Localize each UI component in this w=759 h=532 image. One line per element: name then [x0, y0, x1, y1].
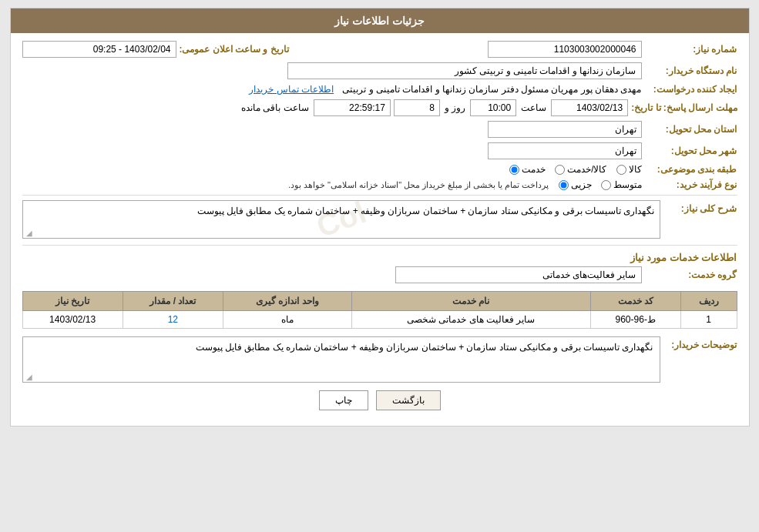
category-radio-group: کالا کالا/خدمت خدمت: [509, 164, 641, 175]
radio-partial-input[interactable]: [559, 180, 569, 190]
date-input[interactable]: [22, 41, 176, 58]
radio-medium-item[interactable]: متوسط: [601, 179, 642, 190]
radio-partial-label: جزیی: [571, 179, 592, 190]
deadline-label: مهلت ارسال پاسخ: تا تاریخ:: [631, 102, 737, 113]
col-row: ردیف: [680, 292, 737, 311]
radio-goods-service-label: کالا/خدمت: [567, 164, 606, 175]
creator-link[interactable]: اطلاعات تماس خریدار: [249, 84, 334, 95]
page-title: جزئیات اطلاعات نیاز: [334, 15, 425, 27]
process-note: پرداخت تمام یا بخشی از مبلغ خریداز محل "…: [288, 180, 549, 190]
group-service-input[interactable]: [395, 266, 642, 283]
col-qty: تعداد / مقدار: [123, 292, 223, 311]
date-label: تاریخ و ساعت اعلان عمومی:: [180, 44, 289, 55]
category-row: طبقه بندی موضوعی: کالا کالا/خدمت خدمت: [22, 164, 737, 175]
buyer-desc-box: نگهداری تاسیسات برقی و مکانیکی ستاد سازم…: [22, 336, 660, 383]
buyer-desc-text: نگهداری تاسیسات برقی و مکانیکی ستاد سازم…: [29, 342, 653, 353]
radio-goods[interactable]: کالا: [616, 164, 642, 175]
col-date: تاریخ نیاز: [22, 292, 123, 311]
services-table: ردیف کد خدمت نام خدمت واحد اندازه گیری ت…: [22, 291, 737, 329]
creator-row: ایجاد کننده درخواست: مهدی دهقان پور مهری…: [22, 84, 737, 95]
radio-goods-service[interactable]: کالا/خدمت: [555, 164, 606, 175]
deadline-remaining-label: ساعت باقی مانده: [241, 102, 309, 113]
table-row: 1ط-96-960سایر فعالیت های خدماتی شخصیماه1…: [22, 311, 737, 329]
creator-label: ایجاد کننده درخواست:: [645, 84, 737, 95]
services-table-section: ردیف کد خدمت نام خدمت واحد اندازه گیری ت…: [22, 291, 737, 329]
need-summary-row: شرح کلی نیاز: Col نگهداری تاسیسات برقی و…: [22, 200, 737, 239]
radio-service-label: خدمت: [522, 164, 546, 175]
radio-goods-input[interactable]: [616, 165, 626, 175]
radio-service[interactable]: خدمت: [509, 164, 546, 175]
buyer-desc-row: توضیحات خریدار: نگهداری تاسیسات برقی و م…: [22, 336, 737, 383]
resize-handle[interactable]: ◢: [25, 229, 32, 236]
process-row: نوع فرآیند خرید: متوسط جزیی پرداخت تمام …: [22, 179, 737, 190]
province-label: استان محل تحویل:: [645, 124, 737, 135]
city-row: شهر محل تحویل:: [22, 142, 737, 159]
need-number-row: شماره نیاز: تاریخ و ساعت اعلان عمومی:: [22, 41, 737, 58]
watermark-text: Col: [312, 195, 371, 244]
province-row: استان محل تحویل:: [22, 121, 737, 138]
org-row: نام دستگاه خریدار:: [22, 62, 737, 79]
deadline-time-input[interactable]: [470, 99, 516, 116]
need-number-input[interactable]: [488, 41, 642, 58]
group-service-row: گروه خدمت:: [22, 266, 737, 283]
org-input[interactable]: [287, 62, 642, 79]
back-button[interactable]: بازگشت: [376, 390, 441, 410]
print-button[interactable]: چاپ: [319, 390, 368, 410]
services-title: اطلاعات خدمات مورد نیاز: [22, 252, 737, 263]
radio-goods-service-input[interactable]: [555, 165, 565, 175]
city-input[interactable]: [488, 142, 642, 159]
need-summary-box: Col نگهداری تاسیسات برقی و مکانیکی ستاد …: [22, 200, 660, 239]
need-number-label: شماره نیاز:: [645, 44, 737, 55]
buyer-desc-label: توضیحات خریدار:: [660, 336, 737, 350]
category-label: طبقه بندی موضوعی:: [645, 164, 737, 175]
page-header: جزئیات اطلاعات نیاز: [11, 8, 749, 33]
city-label: شهر محل تحویل:: [645, 146, 737, 156]
radio-service-input[interactable]: [509, 165, 519, 175]
radio-goods-label: کالا: [629, 164, 642, 175]
org-label: نام دستگاه خریدار:: [645, 65, 737, 76]
button-row: بازگشت چاپ: [22, 390, 737, 410]
deadline-remaining-input[interactable]: [314, 99, 391, 116]
deadline-row: مهلت ارسال پاسخ: تا تاریخ: ساعت روز و سا…: [22, 99, 737, 116]
col-unit: واحد اندازه گیری: [223, 292, 351, 311]
content-area: شماره نیاز: تاریخ و ساعت اعلان عمومی: نا…: [11, 33, 749, 426]
province-input[interactable]: [488, 121, 642, 138]
deadline-date-input[interactable]: [551, 99, 628, 116]
radio-medium-input[interactable]: [601, 180, 611, 190]
buyer-desc-resize[interactable]: ◢: [25, 373, 32, 380]
need-summary-text: نگهداری تاسیسات برقی و مکانیکی ستاد سازم…: [28, 206, 655, 216]
deadline-days-input[interactable]: [394, 99, 440, 116]
col-name: نام خدمت: [351, 292, 590, 311]
col-code: کد خدمت: [590, 292, 680, 311]
main-container: جزئیات اطلاعات نیاز شماره نیاز: تاریخ و …: [10, 8, 750, 427]
deadline-days-label: روز و: [445, 102, 465, 113]
radio-medium-label: متوسط: [613, 179, 642, 190]
need-summary-label: شرح کلی نیاز:: [660, 200, 737, 214]
radio-partial-item[interactable]: جزیی: [559, 179, 592, 190]
group-service-label: گروه خدمت:: [645, 269, 737, 280]
deadline-time-label: ساعت: [521, 102, 546, 113]
process-label: نوع فرآیند خرید:: [645, 179, 737, 190]
creator-text: مهدی دهقان پور مهریان مسئول دفتر سازمان …: [342, 84, 641, 95]
process-radio-group: متوسط جزیی: [559, 179, 642, 190]
